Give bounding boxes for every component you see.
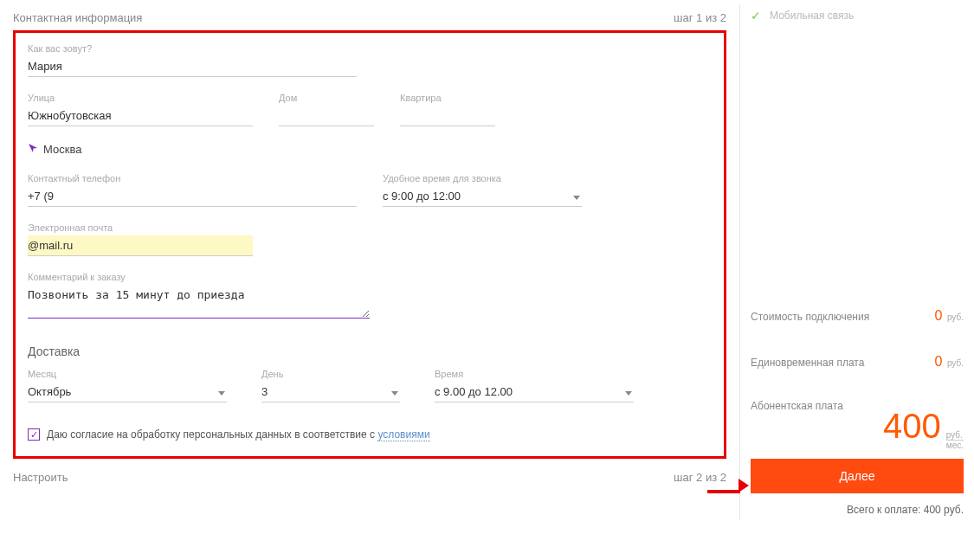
street-input[interactable] [28, 106, 253, 126]
city-row[interactable]: Москва [28, 142, 712, 156]
phone-label: Контактный телефон [28, 173, 357, 183]
time-select[interactable] [435, 382, 634, 402]
check-icon: ✓ [751, 9, 761, 23]
email-label: Электронная почта [28, 222, 253, 233]
total-amount: Всего к оплате: 400 руб. [751, 504, 964, 516]
cost-connect-value: 0 [934, 308, 942, 323]
apt-input[interactable] [400, 106, 495, 126]
sidebar-summary: ✓ Мобильная связь Стоимость подключения … [740, 0, 974, 525]
consent-checkbox[interactable]: ✓ [28, 428, 40, 441]
delivery-title: Доставка [28, 344, 712, 358]
configure-title: Настроить [13, 471, 68, 484]
consent-prefix: Даю согласие на обработку персональных д… [47, 428, 377, 441]
chevron-down-icon [391, 391, 398, 396]
house-label: Дом [279, 93, 374, 103]
calltime-label: Удобное время для звонка [383, 173, 582, 183]
name-input[interactable] [28, 56, 357, 77]
page-title: Контактная информация [13, 11, 142, 24]
chevron-down-icon [218, 391, 225, 396]
fee-label: Абонентская плата [751, 400, 843, 412]
main-form-area: Контактная информация шаг 1 из 2 Как вас… [0, 0, 739, 525]
comment-label: Комментарий к заказу [28, 272, 370, 282]
comment-textarea[interactable] [28, 285, 370, 319]
section-footer: Настроить шаг 2 из 2 [13, 464, 726, 491]
step-indicator-2: шаг 2 из 2 [674, 471, 726, 484]
mobile-check-row: ✓ Мобильная связь [751, 9, 964, 23]
city-name: Москва [43, 143, 81, 156]
time-label: Время [435, 369, 634, 379]
fee-unit-month: мес. [946, 440, 964, 450]
cost-once-label: Единовременная плата [751, 357, 864, 369]
step-indicator: шаг 1 из 2 [674, 11, 726, 24]
calltime-select[interactable] [383, 186, 582, 207]
cost-connect-label: Стоимость подключения [751, 311, 869, 323]
day-label: День [261, 369, 400, 379]
section-header: Контактная информация шаг 1 из 2 [13, 9, 726, 27]
street-label: Улица [28, 93, 253, 103]
apt-label: Квартира [400, 93, 495, 103]
house-input[interactable] [279, 106, 374, 126]
contact-form: Как вас зовут? Улица Дом Квартира [13, 30, 726, 459]
chevron-down-icon [625, 391, 632, 396]
fee-value: 400 [883, 409, 941, 443]
next-button[interactable]: Далее [751, 459, 964, 493]
arrow-icon [707, 483, 749, 498]
mobile-label: Мобильная связь [770, 10, 854, 22]
cost-unit: руб. [947, 358, 964, 368]
chevron-down-icon [573, 196, 580, 200]
cost-unit: руб. [947, 312, 964, 322]
location-icon [28, 142, 38, 156]
name-label: Как вас зовут? [28, 43, 357, 54]
consent-link[interactable]: условиями [377, 428, 429, 441]
phone-input[interactable] [28, 186, 357, 207]
month-label: Месяц [28, 369, 227, 379]
cost-once-value: 0 [934, 354, 942, 369]
month-select[interactable] [28, 382, 227, 402]
day-select[interactable] [261, 382, 400, 402]
email-input[interactable] [28, 235, 253, 256]
consent-text: Даю согласие на обработку персональных д… [47, 428, 430, 441]
fee-unit-rub: руб. [946, 430, 964, 440]
